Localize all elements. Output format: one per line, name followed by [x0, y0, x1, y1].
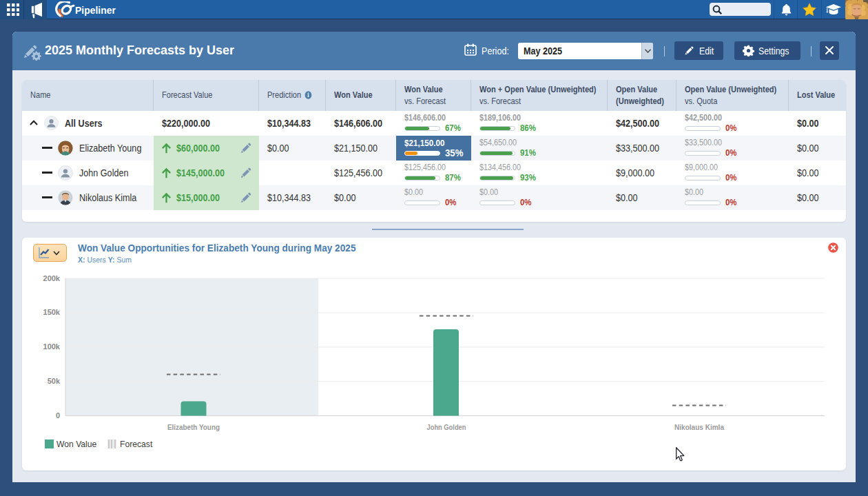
svg-text:200k: 200k: [43, 274, 61, 282]
svg-text:Nikolaus Kimla: Nikolaus Kimla: [674, 423, 725, 431]
svg-text:100k: 100k: [43, 342, 61, 351]
svg-text:Elizabeth Young: Elizabeth Young: [167, 423, 220, 431]
svg-text:0: 0: [56, 411, 60, 420]
svg-text:John Golden: John Golden: [427, 423, 466, 431]
svg-text:150k: 150k: [43, 308, 61, 316]
svg-text:50k: 50k: [48, 377, 61, 385]
